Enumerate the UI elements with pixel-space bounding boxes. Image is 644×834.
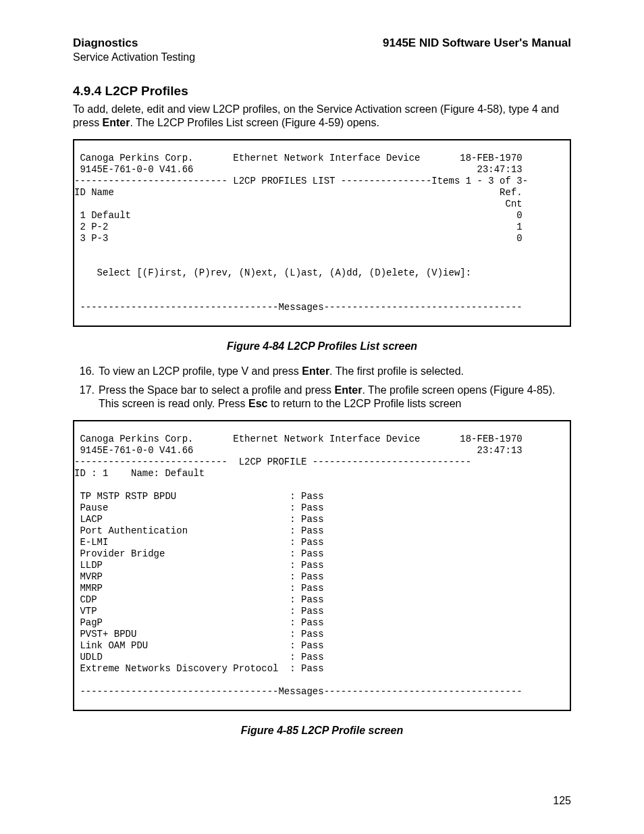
intro-paragraph: To add, delete, edit and view L2CP profi… <box>73 103 571 130</box>
step-17: 17. Press the Space bar to select a prof… <box>73 384 571 411</box>
section-number: 4.9.4 <box>73 84 101 98</box>
terminal-l2cp-list: Canoga Perkins Corp. Ethernet Network In… <box>73 139 571 327</box>
header-left: Diagnostics Service Activation Testing <box>73 36 195 63</box>
figure-caption-485: Figure 4-85 L2CP Profile screen <box>73 725 571 737</box>
section-title: L2CP Profiles <box>105 84 188 98</box>
step-16: 16. To view an L2CP profile, type V and … <box>73 365 571 378</box>
terminal-l2cp-profile: Canoga Perkins Corp. Ethernet Network In… <box>73 420 571 711</box>
instruction-list: 16. To view an L2CP profile, type V and … <box>73 365 571 411</box>
figure-caption-484: Figure 4-84 L2CP Profiles List screen <box>73 340 571 353</box>
step-number: 17. <box>73 384 99 411</box>
header-chapter: Diagnostics <box>73 36 195 50</box>
step-text: Press the Space bar to select a profile … <box>99 384 571 411</box>
step-number: 16. <box>73 365 99 378</box>
page-number: 125 <box>553 795 571 807</box>
step-text: To view an L2CP profile, type V and pres… <box>99 365 571 378</box>
section-heading: 4.9.4 L2CP Profiles <box>73 84 571 99</box>
page-header: Diagnostics Service Activation Testing 9… <box>73 36 571 63</box>
header-manual-title: 9145E NID Software User's Manual <box>383 36 571 63</box>
header-subchapter: Service Activation Testing <box>73 51 195 63</box>
